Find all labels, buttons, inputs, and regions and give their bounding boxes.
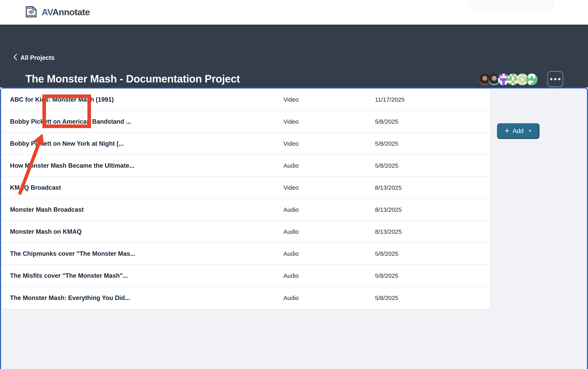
event-date: 5/8/2025 xyxy=(375,272,399,279)
add-label: Add xyxy=(513,127,524,135)
event-date: 5/8/2025 xyxy=(375,162,399,169)
plus-icon: + xyxy=(505,127,509,135)
event-date: 8/13/2025 xyxy=(375,206,402,213)
event-type: Audio xyxy=(283,228,299,235)
events-table: ABC for Kids: Monster Mash (1991) Video … xyxy=(1,88,491,309)
event-date: 8/13/2025 xyxy=(375,228,402,235)
event-type: Audio xyxy=(283,250,299,257)
event-name[interactable]: Bobby Pickett on American Bandstand ... xyxy=(10,118,131,125)
event-type: Video xyxy=(283,118,299,125)
identicon-pattern xyxy=(526,74,538,85)
event-name[interactable]: Monster Mash on KMAQ xyxy=(10,228,82,235)
event-date: 5/8/2025 xyxy=(375,118,399,125)
avannotate-logo[interactable]: AVAnnotate xyxy=(24,6,90,19)
event-name[interactable]: The Chipmunks cover "The Monster Mas... xyxy=(10,250,135,257)
ellipsis-icon xyxy=(550,78,552,80)
filmstrip-audio-icon xyxy=(24,5,38,19)
table-row[interactable]: The Monster Mash: Everything You Did... … xyxy=(1,287,490,309)
add-event-button[interactable]: + Add ▼ xyxy=(497,123,539,139)
event-type: Video xyxy=(283,96,299,103)
event-name[interactable]: Monster Mash Broadcast xyxy=(10,206,84,213)
event-name[interactable]: How Monster Mash Became the Ultimate... xyxy=(10,162,134,169)
event-date: 8/13/2025 xyxy=(375,184,402,191)
event-type: Video xyxy=(283,184,299,191)
event-date: 5/8/2025 xyxy=(375,295,399,301)
event-type: Video xyxy=(283,140,299,147)
event-name[interactable]: ABC for Kids: Monster Mash (1991) xyxy=(10,96,114,103)
more-options-button[interactable] xyxy=(547,71,563,87)
data-manager-panel: Events Tags Audiovisual Events A Z Label xyxy=(0,87,588,369)
member-avatar-6[interactable] xyxy=(526,74,538,85)
table-row[interactable]: The Misfits cover "The Monster Mash"... … xyxy=(1,265,490,287)
table-row[interactable]: How Monster Mash Became the Ultimate... … xyxy=(1,155,490,177)
event-date: 11/17/2025 xyxy=(375,96,405,103)
project-header: All Projects The Monster Mash - Document… xyxy=(0,25,588,87)
chevron-left-icon xyxy=(13,54,18,62)
event-date: 5/8/2025 xyxy=(375,250,399,257)
breadcrumb-all-projects[interactable]: All Projects xyxy=(13,53,55,63)
table-row[interactable]: ABC for Kids: Monster Mash (1991) Video … xyxy=(1,89,490,111)
breadcrumb-label: All Projects xyxy=(20,54,55,62)
event-name[interactable]: The Monster Mash: Everything You Did... xyxy=(10,294,130,302)
member-avatar-group[interactable] xyxy=(479,74,538,85)
table-row[interactable]: Bobby Pickett on American Bandstand ... … xyxy=(1,111,490,133)
caret-down-icon[interactable]: ▼ xyxy=(528,129,532,133)
table-row[interactable]: Monster Mash Broadcast Audio 8/13/2025 xyxy=(1,199,490,221)
top-right-faded-artifact xyxy=(468,0,554,10)
logo-wordmark: AVAnnotate xyxy=(42,7,90,17)
table-row[interactable]: Bobby Pickett on New York at Night (... … xyxy=(1,133,490,155)
table-row[interactable]: The Chipmunks cover "The Monster Mas... … xyxy=(1,243,490,265)
table-row[interactable]: KMAQ Broadcast Video 8/13/2025 xyxy=(1,177,490,199)
event-name[interactable]: The Misfits cover "The Monster Mash"... xyxy=(10,272,128,279)
event-type: Audio xyxy=(283,162,299,169)
event-name[interactable]: Bobby Pickett on New York at Night (... xyxy=(10,140,124,147)
event-type: Audio xyxy=(283,206,299,213)
table-row[interactable]: Monster Mash on KMAQ Audio 8/13/2025 xyxy=(1,221,490,243)
page-title: The Monster Mash - Documentation Project xyxy=(25,73,240,85)
top-app-bar: AVAnnotate xyxy=(0,0,588,25)
event-name[interactable]: KMAQ Broadcast xyxy=(10,184,61,191)
event-type: Audio xyxy=(283,295,299,301)
event-type: Audio xyxy=(283,272,299,279)
event-date: 5/8/2025 xyxy=(375,140,399,147)
